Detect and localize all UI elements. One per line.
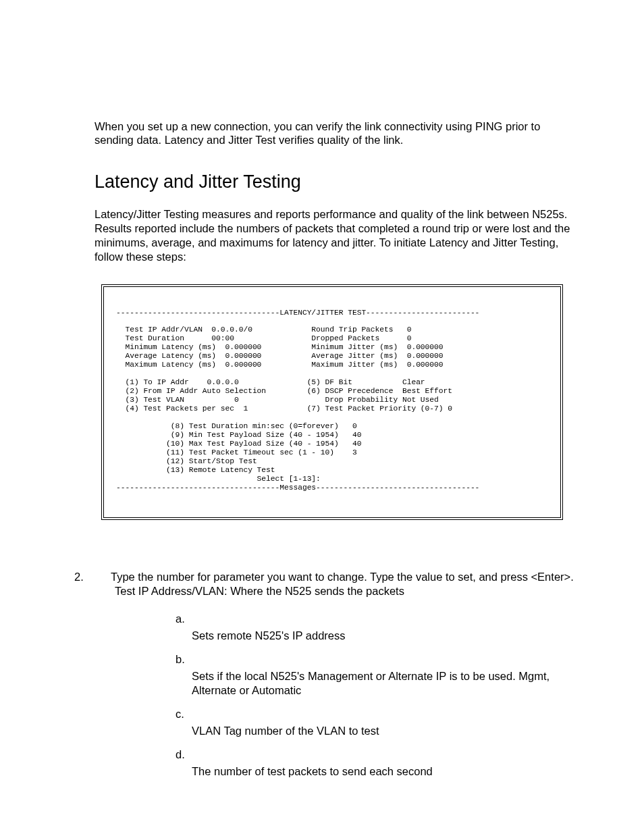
document-page: When you set up a new connection, you ca…: [0, 0, 644, 834]
intro-paragraph: When you set up a new connection, you ca…: [95, 120, 576, 148]
terminal-output: ------------------------------------LATE…: [116, 309, 548, 493]
subitem-letter-b: b.: [176, 652, 576, 667]
section-heading: Latency and Jitter Testing: [95, 172, 576, 192]
numbered-step: 2.Type the number for parameter you want…: [95, 570, 576, 598]
subitem-desc-d: The number of test packets to send each …: [192, 764, 576, 779]
section-paragraph: Latency/Jitter Testing measures and repo…: [95, 207, 576, 264]
step-number: 2.: [95, 570, 111, 584]
terminal-window: ------------------------------------LATE…: [101, 284, 563, 520]
subitem-desc-b: Sets if the local N525's Management or A…: [192, 669, 576, 698]
subitem-letter-c: c.: [176, 707, 576, 721]
subitem-desc-a: Sets remote N525's IP address: [192, 629, 576, 643]
subitem-desc-c: VLAN Tag number of the VLAN to test: [192, 724, 576, 738]
subitem-letter-d: d.: [176, 748, 576, 762]
step-text: Type the number for parameter you want t…: [111, 571, 574, 597]
sub-item-list: a. Sets remote N525's IP address b. Sets…: [176, 612, 576, 779]
subitem-letter-a: a.: [176, 612, 576, 626]
